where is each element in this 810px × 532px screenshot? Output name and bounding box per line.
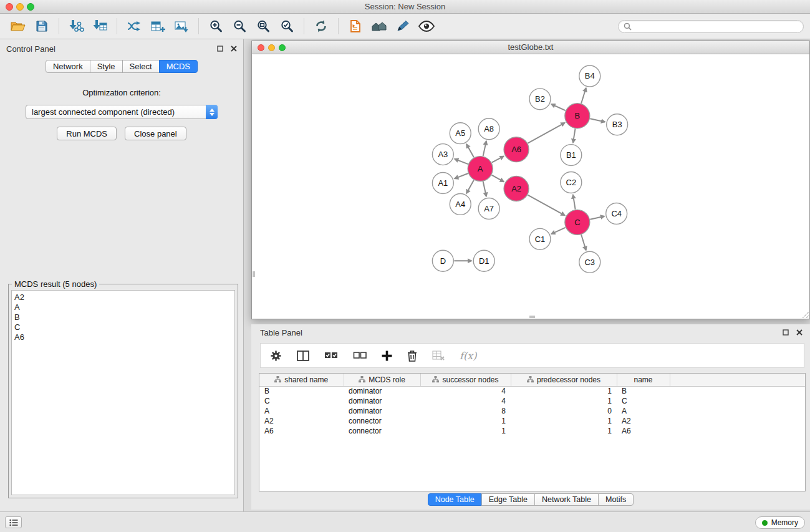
table-row[interactable]: Adominator80A	[259, 406, 805, 416]
graph-node-B[interactable]: B	[565, 104, 590, 128]
table-settings-button[interactable]	[270, 346, 282, 365]
graph-edge-A-A8[interactable]	[483, 141, 486, 156]
tab-edge-table[interactable]: Edge Table	[481, 493, 535, 506]
graph-edge-C-C2[interactable]	[573, 195, 576, 209]
zoom-out-button[interactable]	[228, 16, 251, 36]
column-header-successor-nodes[interactable]: successor nodes	[420, 374, 511, 386]
pen-button[interactable]	[391, 16, 415, 36]
graph-edge-A-A5[interactable]	[466, 144, 474, 157]
graph-edge-C-C3[interactable]	[581, 235, 586, 250]
graph-node-A8[interactable]: A8	[478, 118, 499, 140]
graph-node-C4[interactable]: C4	[606, 203, 627, 224]
network-view-window[interactable]: testGlobe.txt AA6A2BCA5A8A3A1A4A7B2B4B3B…	[251, 41, 810, 319]
select-all-button[interactable]	[324, 346, 338, 365]
graph-edge-B-B1[interactable]	[573, 128, 576, 142]
tab-node-table[interactable]: Node Table	[428, 493, 482, 506]
export-image-button[interactable]	[170, 16, 193, 36]
mcds-result-list[interactable]: A2ABCA6	[11, 290, 235, 495]
tab-mcds[interactable]: MCDS	[159, 60, 198, 73]
float-table-panel-icon[interactable]	[781, 328, 790, 337]
graph-node-A1[interactable]: A1	[432, 173, 453, 194]
graph-node-C1[interactable]: C1	[529, 228, 551, 249]
tab-network[interactable]: Network	[46, 60, 90, 73]
graph-node-C2[interactable]: C2	[561, 172, 582, 193]
delete-column-button[interactable]	[407, 346, 417, 365]
task-history-button[interactable]	[5, 516, 22, 528]
graph-edge-B-B3[interactable]	[590, 118, 605, 122]
zoom-in-button[interactable]	[204, 16, 228, 36]
column-header-name[interactable]: name	[617, 374, 670, 386]
graph-edge-A-A3[interactable]	[455, 159, 468, 164]
tab-motifs[interactable]: Motifs	[598, 493, 634, 506]
graph-edge-A-A7[interactable]	[483, 181, 486, 196]
minimize-window-button[interactable]	[16, 3, 24, 11]
window-titlebar[interactable]: Session: New Session	[0, 0, 810, 14]
delete-table-button[interactable]	[432, 346, 445, 365]
graph-edge-C-C1[interactable]	[551, 228, 566, 234]
minimize-network-window-button[interactable]	[268, 44, 275, 51]
graph-edge-C-C4[interactable]	[590, 216, 604, 220]
graph-node-A3[interactable]: A3	[432, 144, 453, 165]
table-row[interactable]: A2connector11A2	[259, 416, 805, 426]
add-column-button[interactable]	[382, 346, 392, 365]
column-header-mcds-role[interactable]: MCDS role	[344, 374, 420, 386]
graph-node-B1[interactable]: B1	[561, 145, 582, 166]
graph-node-A7[interactable]: A7	[478, 198, 499, 219]
open-session-button[interactable]	[6, 16, 30, 36]
function-builder-button[interactable]: f(x)	[460, 346, 476, 365]
zoom-window-button[interactable]	[27, 3, 34, 11]
table-row[interactable]: A6connector11A6	[259, 426, 805, 436]
import-network-button[interactable]	[64, 16, 88, 36]
graph-node-A6[interactable]: A6	[504, 137, 529, 162]
graph-edge-A-A1[interactable]	[455, 173, 468, 178]
mcds-result-item[interactable]: A6	[14, 332, 232, 342]
mcds-result-item[interactable]: A2	[14, 293, 232, 302]
mcds-result-item[interactable]: B	[14, 312, 232, 322]
search-box[interactable]	[618, 20, 804, 33]
network-graph[interactable]: AA6A2BCA5A8A3A1A4A7B2B4B3B1C2C1C4C3DD1	[252, 55, 809, 319]
memory-button[interactable]: Memory	[755, 516, 805, 529]
search-input[interactable]	[635, 22, 798, 31]
close-table-panel-icon[interactable]	[795, 328, 804, 337]
zoom-selected-button[interactable]	[275, 16, 299, 36]
graph-node-C[interactable]: C	[565, 210, 590, 235]
close-panel-icon[interactable]	[229, 44, 238, 53]
float-panel-icon[interactable]	[216, 44, 224, 53]
criterion-dropdown[interactable]: largest connected component (directed)	[26, 105, 218, 119]
graph-node-D[interactable]: D	[432, 250, 453, 271]
graph-node-A5[interactable]: A5	[450, 123, 471, 144]
tab-style[interactable]: Style	[90, 60, 123, 73]
graph-edge-A-A6[interactable]	[492, 156, 504, 162]
refresh-layout-button[interactable]	[309, 16, 333, 36]
graph-edge-B-B4[interactable]	[581, 88, 586, 104]
home-button[interactable]	[367, 16, 391, 36]
node-table-container[interactable]: shared name MCDS role successor nodes pr…	[259, 373, 806, 491]
close-panel-button[interactable]: Close panel	[125, 127, 186, 140]
new-network-button[interactable]	[122, 16, 146, 36]
graph-node-A[interactable]: A	[468, 157, 493, 181]
new-table-button[interactable]	[146, 16, 170, 36]
mcds-result-item[interactable]: C	[14, 322, 232, 332]
save-session-button[interactable]	[30, 16, 54, 36]
graph-edge-A-A2[interactable]	[492, 175, 504, 182]
table-row[interactable]: Bdominator41B	[259, 386, 805, 396]
close-window-button[interactable]	[6, 3, 13, 11]
graph-node-D1[interactable]: D1	[473, 250, 494, 271]
table-row[interactable]: Cdominator41C	[259, 396, 805, 406]
close-network-window-button[interactable]	[258, 44, 264, 51]
graph-node-A2[interactable]: A2	[504, 177, 529, 201]
network-canvas[interactable]: AA6A2BCA5A8A3A1A4A7B2B4B3B1C2C1C4C3DD1	[252, 55, 809, 319]
import-table-button[interactable]	[88, 16, 112, 36]
graph-node-B3[interactable]: B3	[607, 114, 628, 135]
graph-edge-B-B2[interactable]	[551, 104, 566, 110]
document-button[interactable]	[344, 16, 367, 36]
graph-node-A4[interactable]: A4	[450, 193, 471, 215]
eye-button[interactable]	[415, 16, 438, 36]
graph-edge-A2-C[interactable]	[528, 195, 564, 216]
zoom-fit-button[interactable]	[251, 16, 275, 36]
show-columns-button[interactable]	[297, 346, 309, 365]
graph-node-C3[interactable]: C3	[579, 251, 600, 273]
column-header-shared-name[interactable]: shared name	[259, 374, 344, 386]
graph-edge-A-A4[interactable]	[466, 180, 474, 193]
run-mcds-button[interactable]: Run MCDS	[57, 127, 117, 140]
